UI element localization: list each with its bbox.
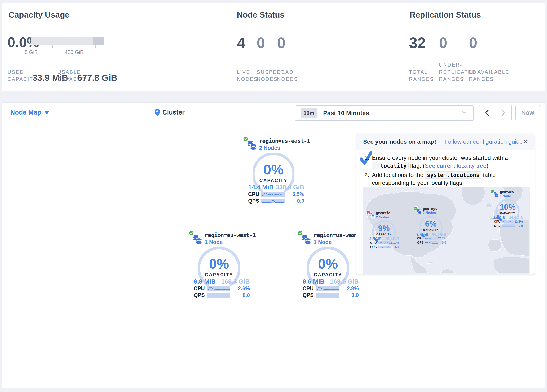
used-capacity: 9.6 MiB — [303, 278, 325, 285]
time-range-dropdown[interactable]: 10m Past 10 Minutes — [295, 105, 474, 121]
step-2: 2. Add locations to the system.locations… — [364, 171, 529, 187]
popup-header: See your nodes on a map! Follow our conf… — [356, 134, 535, 150]
map-toolbar: Node Map Cluster 10m Past 10 Minutes Now — [2, 102, 545, 122]
map-locality-sfo[interactable]: 1 geo=sfo 2 Nodes 9% CAPACITY 3.2 GiB 35… — [366, 209, 402, 251]
capacity-label: CAPACITY — [372, 233, 396, 236]
map-configuration-popup: See your nodes on a map! Follow our conf… — [356, 134, 535, 274]
qps-sparkline — [378, 246, 391, 248]
capacity-label: CAPACITY — [419, 228, 443, 231]
capacity-usage-title: Capacity Usage — [9, 10, 69, 20]
cpu-label: CPU — [417, 237, 425, 240]
database-stack-icon — [416, 209, 422, 214]
total-capacity: 34.4 GiB — [509, 216, 523, 220]
qps-sparkline — [502, 225, 515, 227]
qps-label: QPS — [303, 292, 316, 298]
locality-nodes-link[interactable]: 1 Node — [314, 239, 332, 245]
cpu-label: CPU — [494, 220, 502, 223]
locality-tree-link[interactable]: See current locality tree — [425, 163, 486, 169]
capacity-percent: 0% — [307, 257, 349, 271]
now-button[interactable]: Now — [515, 105, 540, 120]
qps-label: QPS — [194, 292, 207, 298]
total-capacity: 169.4 GiB — [221, 278, 250, 285]
usable-capacity-value: 677.8 GiB — [77, 74, 117, 82]
cpu-label: CPU — [303, 285, 316, 291]
time-step-back-button[interactable] — [479, 105, 495, 120]
total-ranges-value: 32 — [409, 35, 426, 50]
qps-label: QPS — [370, 245, 378, 248]
database-stack-icon — [301, 234, 311, 245]
under-replicated-value: 0 — [439, 35, 447, 50]
total-capacity: 35.1 GiB — [385, 237, 399, 241]
cpu-sparkline — [425, 237, 438, 240]
used-capacity-label: USED CAPACITY — [7, 69, 35, 83]
qps-value: 0.0 — [230, 292, 250, 298]
time-range-label: Past 10 Minutes — [323, 110, 369, 117]
qps-value: 0.0 — [438, 241, 446, 244]
locality-nodes-link[interactable]: 2 Nodes — [376, 215, 389, 219]
live-nodes-value: 4 — [237, 35, 245, 50]
live-nodes-label: LIVE NODES — [237, 69, 260, 83]
chevron-left-icon — [485, 109, 489, 116]
capacity-label: CAPACITY — [495, 212, 520, 215]
qps-value: 4.7 — [391, 245, 399, 248]
qps-label: QPS — [248, 198, 261, 204]
qps-sparkline — [316, 293, 339, 298]
locality-card-us-west-1[interactable]: region=us-west-1 1 Node 0% CAPACITY 9.6 … — [298, 230, 361, 301]
cpu-sparkline — [378, 241, 391, 244]
replication-status-title: Replication Status — [410, 10, 481, 20]
time-step-forward-button[interactable] — [495, 105, 512, 120]
database-stack-icon — [246, 140, 257, 151]
cpu-value: 12.3% — [514, 220, 523, 223]
suspect-nodes-value: 0 — [257, 35, 265, 50]
capacity-label: CAPACITY — [198, 272, 240, 277]
map-locality-nyc[interactable]: geo=nyc 2 Nodes 6% CAPACITY 3.7 GiB 65.7… — [413, 205, 449, 247]
capacity-percent: 10% — [495, 203, 520, 211]
step-1: 1. Ensure every node in your cluster was… — [364, 154, 529, 170]
cpu-sparkline — [502, 220, 514, 223]
chevron-right-icon — [501, 109, 506, 116]
qps-label: QPS — [494, 224, 502, 227]
dead-nodes-label: DEAD NODES — [277, 69, 302, 83]
capacity-label: CAPACITY — [307, 272, 349, 277]
breadcrumb[interactable]: Cluster — [155, 103, 185, 122]
used-capacity: 14.4 MiB — [248, 184, 274, 191]
node-status-title: Node Status — [237, 10, 285, 20]
used-capacity: 3.2 GiB — [369, 237, 381, 241]
time-step-buttons — [479, 105, 512, 120]
locality-flag-code: --locality — [372, 162, 409, 169]
capacity-tick-400: 400 GiB — [65, 49, 83, 55]
qps-sparkline — [425, 241, 438, 244]
step-number: 2. — [364, 171, 372, 187]
cpu-value: 42.5% — [438, 237, 446, 240]
map-locality-ams[interactable]: geo=ams 1 Node 10% CAPACITY 3.6 GiB 34.4… — [490, 188, 526, 230]
capacity-bar — [31, 37, 104, 45]
locality-nodes-link[interactable]: 1 Node — [500, 194, 511, 198]
total-ranges-label: TOTAL RANGES — [409, 69, 434, 83]
capacity-tick-0: 0 GiB — [25, 49, 38, 55]
locality-name: region=eu-west-1 — [205, 232, 256, 238]
close-icon[interactable]: ✕ — [523, 138, 528, 145]
cpu-value: 5.5% — [285, 191, 304, 197]
qps-label: QPS — [417, 241, 425, 244]
locality-nodes-link[interactable]: 2 Nodes — [259, 145, 280, 151]
locality-nodes-link[interactable]: 2 Nodes — [423, 211, 436, 215]
breadcrumb-label: Cluster — [162, 109, 185, 116]
locality-name: geo=ams — [500, 190, 514, 194]
view-selector-dropdown[interactable]: Node Map — [10, 103, 49, 122]
cpu-sparkline — [316, 286, 339, 291]
locality-card-eu-west-1[interactable]: region=eu-west-1 1 Node 0% CAPACITY 9.9 … — [189, 230, 252, 301]
locality-card-us-east-1[interactable]: region=us-east-1 2 Nodes 0% CAPACITY 14.… — [244, 136, 306, 207]
capacity-percent: 0% — [198, 257, 240, 271]
cpu-sparkline — [207, 286, 230, 291]
cpu-label: CPU — [370, 241, 378, 244]
system-locations-code: system.locations — [425, 172, 481, 179]
total-capacity: 65.7 GiB — [432, 233, 446, 236]
cpu-label: CPU — [194, 285, 207, 291]
used-capacity: 9.9 MiB — [194, 278, 216, 285]
unavailable-value: 0 — [469, 35, 477, 50]
location-pin-icon — [155, 109, 160, 116]
locality-nodes-link[interactable]: 1 Node — [205, 239, 223, 245]
used-capacity: 3.6 GiB — [493, 216, 505, 220]
capacity-bar-tail — [93, 37, 104, 45]
configuration-guide-link[interactable]: Follow our configuration guide — [444, 138, 523, 145]
